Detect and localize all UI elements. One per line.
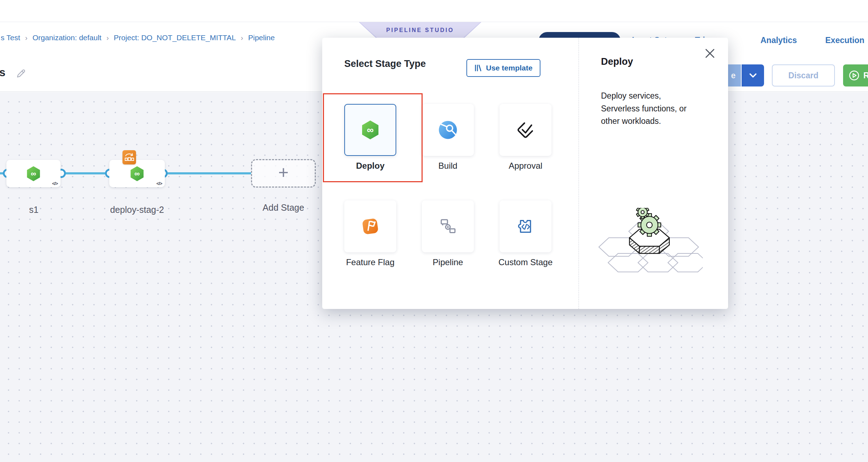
chevron-down-icon — [749, 73, 757, 78]
breadcrumb: s Test › Organization: default › Project… — [1, 33, 275, 42]
stage-card-deploy-stag-2[interactable]: </> — [109, 160, 165, 187]
stage-type-label: Custom Stage — [495, 257, 556, 268]
stage-detail-title: Deploy — [601, 56, 633, 67]
tab-executions[interactable]: Execution — [825, 36, 864, 45]
rollout-strategy-badge — [122, 150, 136, 164]
stage-type-label: Feature Flag — [340, 257, 401, 268]
approval-icon — [516, 120, 535, 140]
breadcrumb-separator: › — [106, 34, 109, 42]
stage-type-label: Pipeline — [418, 257, 478, 268]
stage-type-approval[interactable] — [500, 104, 551, 156]
use-template-label: Use template — [486, 64, 533, 72]
breadcrumb-separator: › — [241, 34, 243, 42]
custom-stage-icon — [516, 216, 535, 236]
save-options-button[interactable] — [742, 64, 764, 86]
add-stage-label: Add Stage — [251, 203, 315, 213]
stage-type-build[interactable] — [422, 104, 474, 156]
pencil-icon — [15, 68, 26, 79]
cd-hexagon-icon — [25, 166, 42, 182]
connector-line — [163, 172, 251, 174]
pipeline-studio-badge: PIPELINE STUDIO — [359, 22, 481, 39]
play-circle-icon — [848, 69, 860, 82]
add-stage-button[interactable]: + — [251, 159, 316, 188]
pipeline-chain-icon — [438, 216, 458, 236]
stage-type-deploy[interactable] — [344, 104, 396, 156]
stage-name-label: s1 — [11, 205, 57, 215]
run-button-label: R — [863, 71, 868, 80]
stage-type-panel: Select Stage Type Use template — [322, 38, 579, 309]
discard-button[interactable]: Discard — [772, 64, 835, 86]
plus-icon: + — [278, 163, 288, 181]
stage-type-pipeline[interactable] — [422, 200, 474, 252]
close-modal-button[interactable] — [704, 48, 716, 59]
template-library-icon — [474, 64, 482, 72]
pipeline-studio-page: s Test › Organization: default › Project… — [0, 0, 868, 462]
close-icon — [704, 48, 716, 59]
pipeline-name-fragment: s — [0, 66, 5, 79]
yaml-code-indicator: </> — [52, 181, 58, 186]
breadcrumb-organization[interactable]: Organization: default — [32, 33, 101, 42]
stage-detail-panel: Deploy Deploy services, Serverless funct… — [579, 38, 728, 309]
cd-hexagon-icon — [129, 166, 145, 182]
modal-title: Select Stage Type — [344, 58, 426, 69]
stage-type-label: Build — [418, 160, 478, 172]
breadcrumb-project[interactable]: Project: DO_NOT_DELETE_MITTAL — [114, 33, 236, 42]
ci-build-icon — [438, 120, 458, 140]
connector-line — [61, 172, 110, 174]
breadcrumb-account[interactable]: s Test — [1, 33, 20, 42]
cd-hexagon-icon — [360, 120, 381, 140]
deploy-illustration — [596, 208, 703, 275]
stage-type-label: Approval — [495, 160, 556, 172]
use-template-button[interactable]: Use template — [466, 59, 540, 77]
top-strip — [0, 0, 868, 22]
feature-flag-icon — [360, 216, 381, 237]
run-button[interactable]: R — [843, 64, 868, 86]
breadcrumb-separator: › — [25, 34, 27, 42]
stage-type-feature-flag[interactable] — [344, 200, 396, 252]
stage-type-label: Deploy — [340, 160, 401, 172]
select-stage-type-modal: Select Stage Type Use template — [322, 38, 728, 309]
tab-analytics[interactable]: Analytics — [760, 36, 797, 45]
stage-detail-description: Deploy services, Serverless functions, o… — [601, 90, 700, 128]
breadcrumb-pipelines[interactable]: Pipeline — [248, 33, 275, 42]
stage-card-s1[interactable]: </> — [6, 160, 61, 187]
rollout-strategy-icon — [124, 152, 135, 163]
edit-pipeline-name-button[interactable] — [15, 68, 26, 79]
stage-name-label: deploy-stag-2 — [105, 205, 169, 215]
stage-type-custom[interactable] — [500, 200, 551, 252]
yaml-code-indicator: </> — [156, 181, 162, 186]
